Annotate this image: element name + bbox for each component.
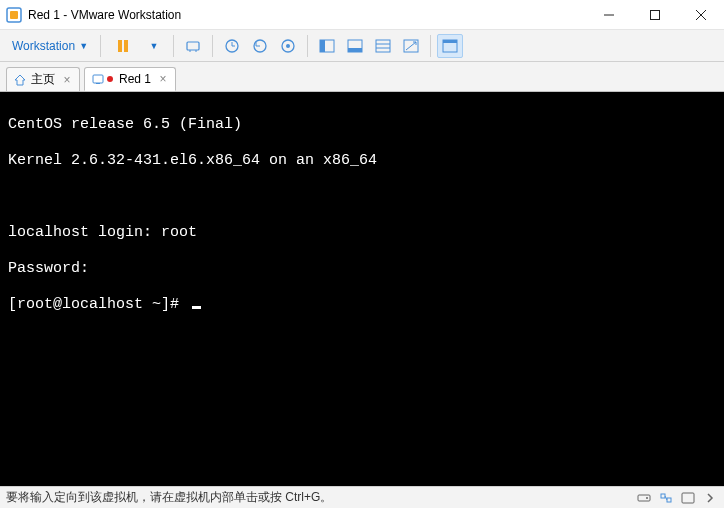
svg-rect-26 xyxy=(443,40,457,43)
home-icon xyxy=(13,73,27,87)
chevron-down-icon: ▼ xyxy=(150,41,159,51)
sound-icon[interactable] xyxy=(680,490,696,506)
send-ctrl-alt-del-button[interactable] xyxy=(180,34,206,58)
close-icon[interactable]: × xyxy=(157,73,169,85)
view-console-button[interactable] xyxy=(314,34,340,58)
vm-console[interactable]: CentOS release 6.5 (Final) Kernel 2.6.32… xyxy=(0,92,724,486)
pause-dropdown[interactable]: ▼ xyxy=(141,34,167,58)
tab-red1[interactable]: Red 1 × xyxy=(84,67,176,91)
svg-rect-28 xyxy=(96,83,100,84)
status-tray xyxy=(636,490,718,506)
chevron-down-icon: ▼ xyxy=(79,41,88,51)
show-library-button[interactable] xyxy=(437,34,463,58)
svg-point-16 xyxy=(286,44,290,48)
app-icon xyxy=(6,7,22,23)
separator xyxy=(100,35,101,57)
chevron-right-icon[interactable] xyxy=(702,490,718,506)
tab-home-label: 主页 xyxy=(31,71,55,88)
svg-rect-3 xyxy=(651,11,660,20)
close-button[interactable] xyxy=(678,0,724,30)
svg-rect-29 xyxy=(638,495,650,501)
terminal-line: CentOS release 6.5 (Final) xyxy=(8,116,716,134)
separator xyxy=(173,35,174,57)
network-icon[interactable] xyxy=(658,490,674,506)
status-dot-icon xyxy=(107,76,113,82)
cursor-icon xyxy=(192,306,201,309)
pause-button[interactable] xyxy=(107,34,139,58)
svg-rect-34 xyxy=(682,493,694,503)
minimize-button[interactable] xyxy=(586,0,632,30)
svg-rect-18 xyxy=(320,40,325,52)
separator xyxy=(212,35,213,57)
terminal-prompt: [root@localhost ~]# xyxy=(8,296,716,314)
tab-home[interactable]: 主页 × xyxy=(6,67,80,91)
terminal-line: Password: xyxy=(8,260,716,278)
tab-bar: 主页 × Red 1 × xyxy=(0,62,724,92)
manage-snapshots-button[interactable] xyxy=(275,34,301,58)
workstation-menu-label: Workstation xyxy=(12,39,75,53)
fullscreen-button[interactable] xyxy=(342,34,368,58)
separator xyxy=(430,35,431,57)
disk-icon[interactable] xyxy=(636,490,652,506)
tab-red1-label: Red 1 xyxy=(119,72,151,86)
maximize-button[interactable] xyxy=(632,0,678,30)
snapshot-button[interactable] xyxy=(219,34,245,58)
stretch-button[interactable] xyxy=(398,34,424,58)
svg-rect-32 xyxy=(667,498,671,502)
status-message: 要将输入定向到该虚拟机，请在虚拟机内部单击或按 Ctrl+G。 xyxy=(6,489,332,506)
close-icon[interactable]: × xyxy=(61,74,73,86)
window-controls xyxy=(586,0,724,29)
terminal-line: Kernel 2.6.32-431.el6.x86_64 on an x86_6… xyxy=(8,152,716,170)
terminal-blank xyxy=(8,188,716,206)
svg-rect-6 xyxy=(118,40,122,52)
svg-rect-8 xyxy=(187,42,199,50)
revert-snapshot-button[interactable] xyxy=(247,34,273,58)
separator xyxy=(307,35,308,57)
titlebar: Red 1 - VMware Workstation xyxy=(0,0,724,30)
svg-point-30 xyxy=(646,497,648,499)
svg-rect-21 xyxy=(376,40,390,52)
terminal-line: localhost login: root xyxy=(8,224,716,242)
unity-button[interactable] xyxy=(370,34,396,58)
svg-rect-1 xyxy=(10,11,18,19)
svg-rect-7 xyxy=(124,40,128,52)
toolbar: Workstation ▼ ▼ xyxy=(0,30,724,62)
svg-rect-31 xyxy=(661,494,665,498)
workstation-menu[interactable]: Workstation ▼ xyxy=(6,37,94,55)
window-title: Red 1 - VMware Workstation xyxy=(28,8,586,22)
vm-icon xyxy=(91,72,105,86)
status-bar: 要将输入定向到该虚拟机，请在虚拟机内部单击或按 Ctrl+G。 xyxy=(0,486,724,508)
svg-rect-20 xyxy=(348,48,362,52)
svg-rect-27 xyxy=(93,75,103,83)
